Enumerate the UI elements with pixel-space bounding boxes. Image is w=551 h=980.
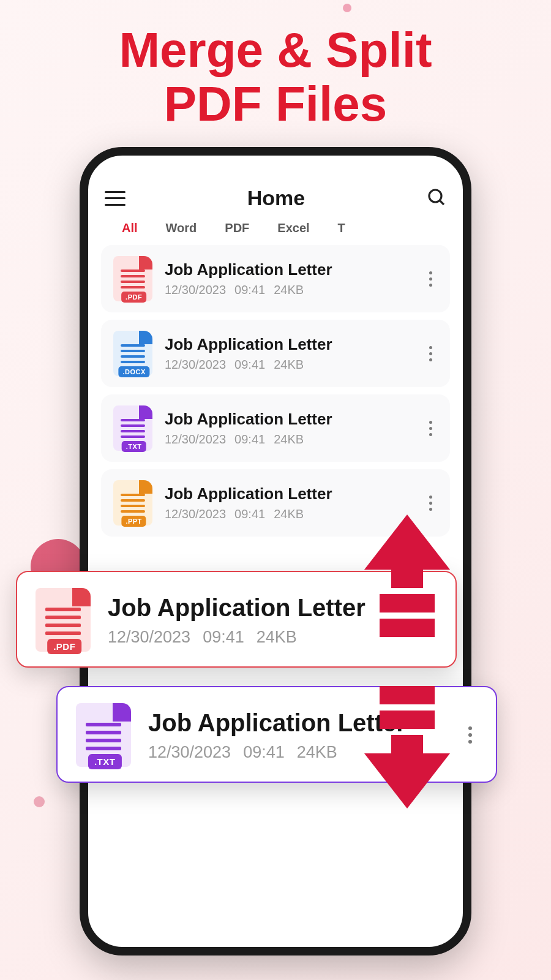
file-badge: .PPT [121, 516, 146, 527]
file-date: 12/30/2023 [108, 628, 190, 647]
more-icon[interactable] [423, 421, 438, 436]
file-title: Job Application Letter [148, 709, 446, 737]
file-txt-icon: .TXT [76, 703, 131, 767]
more-icon[interactable] [423, 496, 438, 511]
phone-frame: Home All Word PDF Excel T .PDF Job Appli… [80, 147, 471, 956]
marketing-headline: Merge & Split PDF Files [0, 0, 551, 131]
file-meta: 12/30/2023 09:41 24KB [165, 358, 411, 372]
highlight-card-pdf[interactable]: .PDF Job Application Letter 12/30/2023 0… [16, 571, 457, 668]
file-badge: .TXT [122, 441, 146, 452]
file-title: Job Application Letter [165, 484, 411, 503]
menu-icon[interactable] [105, 191, 126, 206]
file-size: 24KB [297, 743, 337, 762]
file-time: 09:41 [234, 358, 265, 372]
file-badge: .PDF [47, 639, 81, 654]
file-date: 12/30/2023 [165, 283, 226, 297]
more-icon[interactable] [423, 346, 438, 361]
file-meta: 12/30/2023 09:41 24KB [165, 432, 411, 447]
file-time: 09:41 [243, 743, 285, 762]
file-row[interactable]: .PPT Job Application Letter 12/30/2023 0… [101, 469, 450, 537]
file-meta: 12/30/2023 09:41 24KB [165, 507, 411, 521]
file-docx-icon: .DOCX [113, 331, 152, 376]
tab-more[interactable]: T [338, 221, 345, 235]
file-row[interactable]: .DOCX Job Application Letter 12/30/2023 … [101, 320, 450, 387]
file-list: .PDF Job Application Letter 12/30/2023 0… [97, 245, 454, 537]
file-title: Job Application Letter [165, 260, 411, 279]
file-time: 09:41 [234, 507, 265, 521]
file-size: 24KB [274, 432, 304, 447]
filter-tabs: All Word PDF Excel T [97, 221, 454, 245]
app-screen: Home All Word PDF Excel T .PDF Job Appli… [88, 156, 463, 947]
file-title: Job Application Letter [165, 335, 411, 354]
tab-all[interactable]: All [122, 221, 138, 235]
highlight-card-txt[interactable]: .TXT Job Application Letter 12/30/2023 0… [56, 686, 497, 783]
decor-dot [343, 4, 351, 12]
file-ppt-icon: .PPT [113, 480, 152, 526]
file-size: 24KB [274, 283, 304, 297]
file-row[interactable]: .PDF Job Application Letter 12/30/2023 0… [101, 245, 450, 312]
svg-point-0 [429, 190, 441, 202]
page-title: Home [247, 186, 305, 210]
file-time: 09:41 [234, 432, 265, 447]
file-size: 24KB [274, 358, 304, 372]
file-time: 09:41 [203, 628, 244, 647]
tab-word[interactable]: Word [166, 221, 197, 235]
tab-excel[interactable]: Excel [277, 221, 309, 235]
file-row[interactable]: .TXT Job Application Letter 12/30/2023 0… [101, 394, 450, 462]
svg-line-1 [440, 200, 444, 205]
file-date: 12/30/2023 [165, 507, 226, 521]
file-date: 12/30/2023 [165, 358, 226, 372]
file-badge: .PDF [121, 292, 146, 303]
file-title: Job Application Letter [108, 594, 365, 622]
file-meta: 12/30/2023 09:41 24KB [108, 628, 365, 647]
file-date: 12/30/2023 [165, 432, 226, 447]
file-txt-icon: .TXT [113, 405, 152, 451]
file-pdf-icon: .PDF [36, 588, 91, 652]
tab-pdf[interactable]: PDF [225, 221, 249, 235]
file-badge: .DOCX [118, 366, 149, 377]
file-pdf-icon: .PDF [113, 256, 152, 301]
more-icon[interactable] [463, 726, 478, 744]
file-title: Job Application Letter [165, 410, 411, 429]
file-size: 24KB [257, 628, 297, 647]
decor-dot [34, 796, 45, 807]
file-meta: 12/30/2023 09:41 24KB [165, 283, 411, 297]
file-badge: .TXT [88, 754, 122, 769]
headline-line1: Merge & Split [0, 23, 551, 77]
more-icon[interactable] [423, 271, 438, 287]
top-bar: Home [97, 186, 454, 221]
file-meta: 12/30/2023 09:41 24KB [148, 743, 446, 762]
file-time: 09:41 [234, 283, 265, 297]
search-icon[interactable] [427, 187, 446, 209]
headline-line2: PDF Files [0, 77, 551, 131]
file-size: 24KB [274, 507, 304, 521]
file-date: 12/30/2023 [148, 743, 231, 762]
